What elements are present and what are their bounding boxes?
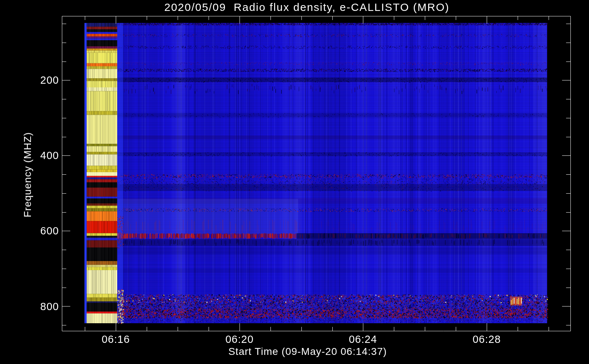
- x-axis-title: Start Time (09-May-20 06:14:37): [228, 346, 387, 357]
- x-tick-label-0624: 06:24: [349, 333, 377, 345]
- spectrogram-canvas: [0, 0, 589, 364]
- x-tick-label-0628: 06:28: [473, 333, 501, 345]
- spectrogram-window: 2020/05/09 Radio flux density, e-CALLIST…: [0, 0, 589, 364]
- y-axis-title: Frequency (MHZ): [22, 132, 33, 217]
- x-tick-label-0616: 06:16: [102, 333, 130, 345]
- y-tick-label-400: 400: [19, 150, 59, 162]
- x-tick-label-0620: 06:20: [225, 333, 254, 345]
- chart-title: 2020/05/09 Radio flux density, e-CALLIST…: [164, 1, 450, 13]
- y-tick-label-200: 200: [19, 74, 59, 86]
- y-tick-label-600: 600: [19, 225, 59, 237]
- y-tick-label-800: 800: [19, 301, 59, 313]
